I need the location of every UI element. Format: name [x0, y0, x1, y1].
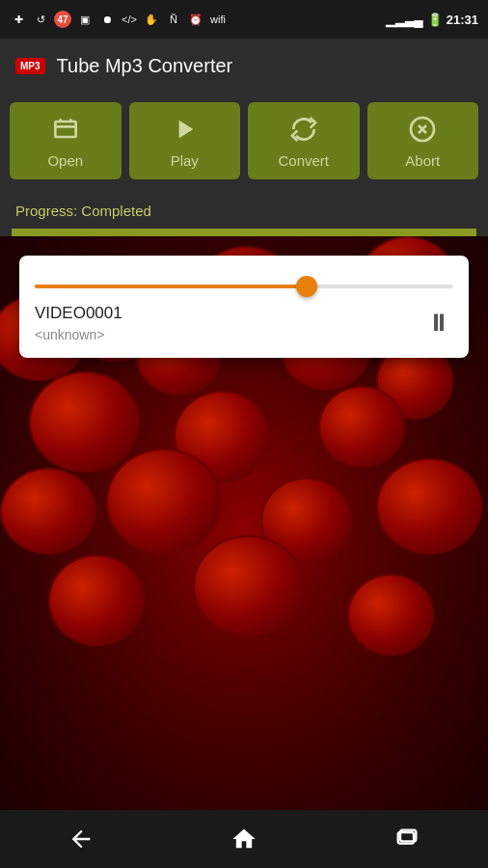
notification-badge: 47 [54, 11, 71, 28]
status-bar: ✚ ↺ 47 ▣ ⏺ </> ✋ Ñ ⏰ wifi ▁▂▃▄ 🔋 21:31 [0, 0, 488, 39]
player-card: VIDEO0001 <unknown> ⏸ [19, 256, 469, 358]
nfc-icon: Ñ [165, 11, 182, 28]
back-button[interactable] [52, 820, 110, 858]
open-button[interactable]: Open [10, 102, 122, 179]
track-title: VIDEO0001 [35, 304, 122, 323]
seek-thumb[interactable] [296, 276, 317, 297]
screenshot-icon: ▣ [76, 11, 94, 28]
convert-label: Convert [278, 152, 329, 169]
signal-icon: ▁▂▃▄ [386, 13, 423, 27]
seek-bar-track[interactable] [35, 285, 453, 288]
status-right-info: ▁▂▃▄ 🔋 21:31 [386, 13, 478, 27]
svg-marker-1 [179, 120, 194, 138]
convert-button[interactable]: Convert [248, 102, 360, 179]
home-button[interactable] [215, 820, 273, 858]
track-artist: <unknown> [35, 327, 122, 342]
seek-bar-fill [35, 285, 307, 288]
play-button[interactable]: Play [129, 102, 241, 179]
record-icon: ⏺ [98, 11, 116, 28]
hand-icon: ✋ [143, 11, 160, 28]
svg-rect-0 [55, 122, 75, 137]
alarm-icon: ⏰ [187, 11, 204, 28]
abort-label: Abort [405, 152, 440, 169]
bottom-nav [0, 810, 488, 868]
status-left-icons: ✚ ↺ 47 ▣ ⏺ </> ✋ Ñ ⏰ wifi [10, 11, 227, 28]
battery-icon: 🔋 [427, 13, 443, 27]
progress-text: Progress: Completed [12, 197, 476, 225]
time-display: 21:31 [447, 13, 478, 27]
app-logo: MP3 [15, 58, 45, 74]
play-label: Play [171, 152, 199, 169]
progress-bar-fill [12, 229, 476, 236]
background-area: VIDEO0001 <unknown> ⏸ [0, 236, 488, 823]
add-icon: ✚ [10, 11, 27, 28]
pause-button[interactable]: ⏸ [427, 310, 453, 337]
recents-button[interactable] [378, 820, 436, 858]
progress-area: Progress: Completed [0, 189, 488, 236]
sync-icon: ↺ [32, 11, 49, 28]
player-meta: VIDEO0001 <unknown> [35, 304, 122, 342]
player-info: VIDEO0001 <unknown> ⏸ [35, 304, 453, 342]
wifi-icon: wifi [209, 11, 227, 28]
open-label: Open [47, 152, 83, 169]
seek-bar-container[interactable] [35, 285, 453, 288]
toolbar: Open Play Convert Abort [0, 93, 488, 189]
app-bar: MP3 Tube Mp3 Converter [0, 39, 488, 93]
progress-bar-container [12, 229, 476, 236]
code-icon: </> [121, 11, 138, 28]
abort-button[interactable]: Abort [367, 102, 479, 179]
app-title: Tube Mp3 Converter [57, 55, 233, 77]
